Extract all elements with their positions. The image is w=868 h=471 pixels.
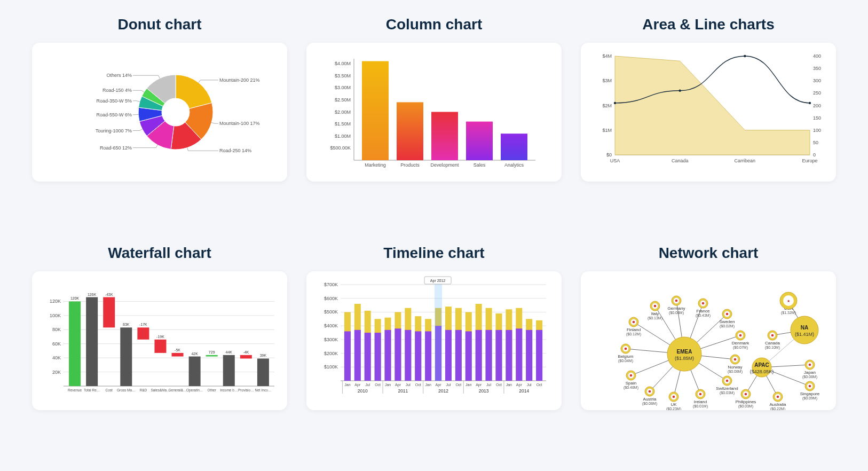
svg-point-260 [630,374,633,377]
svg-text:Oct: Oct [375,383,381,387]
svg-text:Road-350-W 5%: Road-350-W 5% [96,98,132,104]
svg-text:Italy: Italy [651,311,659,316]
waterfall-cell: Waterfall chart 20K40K60K80K100K120K120K… [32,239,287,455]
svg-text:Sweden: Sweden [720,319,735,324]
svg-rect-140 [445,330,452,381]
svg-point-46 [744,55,746,57]
svg-text:$3.50M: $3.50M [335,73,351,78]
network-card: EMEA($1.85M)NA($1.41M)APAC($428.05K)Germ… [581,271,836,410]
waterfall-title: Waterfall chart [108,245,211,262]
svg-rect-65 [69,301,81,386]
svg-text:Oct: Oct [415,383,421,387]
timeline-svg: $100K$200K$300K$400K$500K$600K$700KApr 2… [306,271,562,410]
svg-text:$2M: $2M [602,103,612,108]
svg-text:Jan: Jan [344,383,350,387]
svg-rect-74 [120,327,132,386]
svg-text:-19K: -19K [156,335,164,339]
waterfall-svg: 20K40K60K80K100K120K120KRevenue126KTotal… [32,271,287,410]
svg-point-255 [734,358,737,361]
donut-cell: Donut chart Mountain-200 21%Mountain-100… [32,11,287,226]
svg-text:Sales&Ma…: Sales&Ma… [151,388,170,392]
svg-text:-4K: -4K [243,350,249,354]
svg-text:Australia: Australia [769,402,786,407]
svg-text:Oct: Oct [455,383,461,387]
svg-text:$100K: $100K [324,364,338,370]
network-title: Network chart [659,245,759,262]
svg-text:Spain: Spain [626,381,636,386]
svg-text:Switzerland: Switzerland [716,386,738,391]
svg-rect-136 [435,283,442,381]
svg-text:20K: 20K [52,370,61,375]
svg-text:($0.48M): ($0.48M) [624,386,638,390]
svg-text:EMEA: EMEA [677,349,692,355]
svg-text:($0.08M): ($0.08M) [642,402,657,406]
svg-text:Net Inco…: Net Inco… [255,388,272,392]
svg-text:Jul: Jul [527,383,532,387]
svg-text:$4.00M: $4.00M [335,61,351,66]
svg-point-225 [654,305,657,308]
svg-text:($0.10M): ($0.10M) [765,346,780,350]
svg-text:Philippines: Philippines [736,399,756,404]
svg-text:Apr: Apr [516,383,523,387]
svg-text:Road-550-W 6%: Road-550-W 6% [96,112,132,117]
svg-point-265 [726,380,729,382]
svg-rect-98 [257,358,269,386]
svg-text:150: 150 [813,115,821,121]
svg-rect-133 [425,331,431,381]
svg-rect-21 [397,102,423,160]
svg-rect-77 [137,327,149,339]
column-title: Column chart [386,16,482,33]
svg-rect-144 [465,331,472,381]
svg-rect-89 [206,355,218,357]
svg-text:Apr: Apr [436,383,442,387]
svg-text:$4M: $4M [602,53,612,59]
svg-point-230 [702,302,705,305]
svg-text:NA: NA [801,325,808,331]
svg-text:($0.02M): ($0.02M) [720,324,735,328]
timeline-card: $100K$200K$300K$400K$500K$600K$700KApr 2… [306,271,562,410]
svg-text:Mountain-200 21%: Mountain-200 21% [219,77,260,83]
svg-point-240 [633,321,635,324]
svg-text:120K: 120K [50,299,61,304]
svg-text:Belgium: Belgium [618,354,634,359]
svg-text:$1.50M: $1.50M [335,121,351,127]
svg-point-280 [699,393,702,396]
svg-rect-127 [394,328,401,381]
svg-text:Products: Products [400,162,420,168]
svg-rect-152 [506,330,512,381]
svg-rect-86 [189,357,201,387]
svg-text:$3.00M: $3.00M [335,85,351,90]
svg-rect-156 [526,330,532,381]
svg-point-300 [809,385,811,388]
svg-point-44 [614,102,616,104]
svg-text:400: 400 [813,53,821,59]
svg-rect-125 [385,330,391,381]
svg-rect-154 [516,328,522,381]
svg-text:Jan: Jan [465,383,471,387]
svg-text:Others 14%: Others 14% [106,73,132,78]
svg-rect-92 [223,355,235,386]
svg-text:$300K: $300K [324,337,338,342]
svg-text:$1.00M: $1.00M [335,134,351,139]
svg-text:Austria: Austria [643,397,657,402]
svg-text:350: 350 [813,66,821,71]
svg-text:83K: 83K [123,323,130,326]
svg-rect-19 [362,61,389,160]
svg-text:250: 250 [813,90,821,96]
svg-rect-80 [154,340,166,353]
svg-text:$500.00K: $500.00K [330,145,351,151]
svg-text:Jul: Jul [446,383,451,387]
network-svg: EMEA($1.85M)NA($1.41M)APAC($428.05K)Germ… [581,271,836,410]
svg-text:($0.09M): ($0.09M) [802,396,817,401]
svg-rect-23 [431,112,458,160]
svg-text:44K: 44K [226,350,233,354]
column-svg: $500.00K$1.00M$1.50M$2.00M$2.50M$3.00M$3… [306,43,562,182]
svg-text:Gross Ma…: Gross Ma… [117,388,136,392]
svg-text:France: France [697,309,710,313]
svg-text:General&…: General&… [169,388,187,392]
svg-text:120K: 120K [70,296,80,300]
svg-text:80K: 80K [52,327,61,332]
svg-text:0: 0 [813,152,816,158]
timeline-title: Timeline chart [383,245,484,262]
svg-text:$600K: $600K [324,296,338,301]
